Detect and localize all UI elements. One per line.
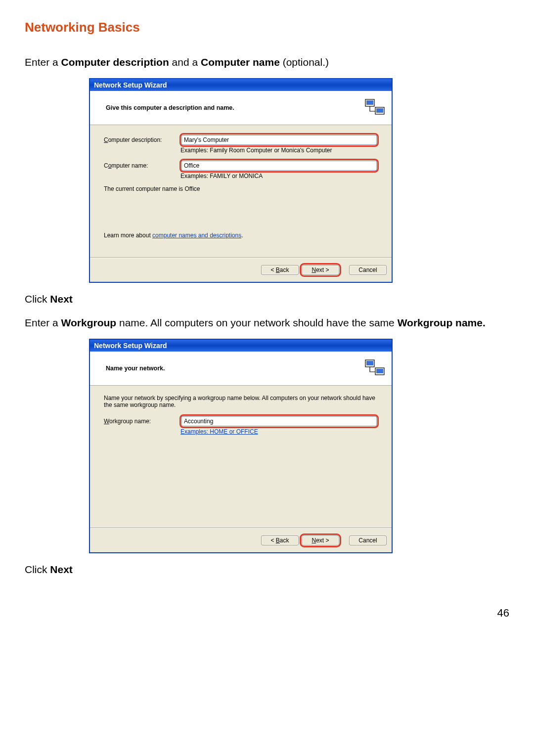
current-name-value: Office	[184, 185, 200, 192]
network-icon	[364, 357, 386, 379]
instruction-2: Enter a Workgroup name. All computers on…	[25, 315, 509, 330]
computer-name-input[interactable]	[181, 161, 377, 171]
back-label: < Back	[270, 267, 289, 273]
computer-description-highlight	[180, 134, 378, 146]
button-bar: < Back Next > Cancel	[90, 528, 392, 552]
lbl-ul: C	[104, 136, 108, 143]
wizard-workgroup: Network Setup Wizard Name your network. …	[89, 339, 393, 553]
click-next-1: Click Next	[25, 292, 509, 306]
lbl-ul: W	[104, 418, 109, 425]
learn-pre: Learn more about	[104, 232, 152, 239]
instr2-mid: name. All computers on your network shou…	[116, 317, 397, 328]
wizard-header-pane: Name your network.	[90, 352, 392, 386]
click2-bold: Next	[50, 564, 73, 575]
current-name-line: The current computer name is Office	[104, 185, 378, 192]
learn-post: .	[241, 232, 243, 239]
instr1-mid: and a	[169, 56, 201, 68]
click2-prefix: Click	[25, 564, 50, 575]
computer-description-label: Computer description:	[104, 136, 180, 143]
back-label: < Back	[270, 537, 289, 544]
svg-rect-3	[376, 108, 383, 113]
click1-prefix: Click	[25, 293, 50, 305]
computer-name-example: Examples: FAMILY or MONICA	[180, 173, 378, 179]
lbl-rest: orkgroup name:	[109, 418, 151, 425]
titlebar: Network Setup Wizard	[90, 340, 392, 352]
next-button[interactable]: Next >	[302, 265, 339, 275]
lbl-rest: mputer name:	[111, 162, 148, 169]
cancel-button[interactable]: Cancel	[349, 265, 387, 275]
wizard-content: Computer description: Examples: Family R…	[90, 125, 392, 258]
cancel-button[interactable]: Cancel	[349, 535, 387, 545]
workgroup-example: Examples: HOME or OFFICE	[180, 428, 378, 435]
workgroup-intro: Name your network by specifying a workgr…	[104, 395, 378, 408]
button-bar: < Back Next > Cancel	[90, 258, 392, 282]
learn-more-link[interactable]: computer names and descriptions	[152, 232, 241, 239]
next-label: Next >	[312, 537, 329, 544]
svg-rect-7	[376, 369, 383, 373]
wizard-header-pane: Give this computer a description and nam…	[90, 91, 392, 125]
section-title: Networking Basics	[25, 20, 509, 35]
next-button[interactable]: Next >	[302, 535, 339, 545]
instr2-b2: Workgroup name.	[398, 317, 486, 328]
instr1-b1: Computer description	[61, 56, 169, 68]
page-number: 46	[25, 607, 509, 620]
workgroup-input[interactable]	[181, 416, 377, 426]
titlebar: Network Setup Wizard	[90, 79, 392, 91]
workgroup-label: Workgroup name:	[104, 418, 180, 425]
workgroup-highlight	[180, 415, 378, 427]
computer-name-label: Computer name:	[104, 162, 180, 169]
svg-rect-5	[366, 361, 373, 365]
computer-name-highlight	[180, 160, 378, 172]
lbl-pre: C	[104, 162, 108, 169]
next-label: Next >	[312, 267, 329, 273]
computer-description-example: Examples: Family Room Computer or Monica…	[180, 147, 378, 154]
wizard-computer-name: Network Setup Wizard Give this computer …	[89, 78, 393, 283]
wizard-content: Name your network by specifying a workgr…	[90, 386, 392, 528]
instr1-b2: Computer name	[201, 56, 280, 68]
wizard-header-text: Give this computer a description and nam…	[106, 104, 364, 111]
click-next-2: Click Next	[25, 562, 509, 577]
current-name-prefix: The current computer name is	[104, 185, 184, 192]
computer-description-input[interactable]	[181, 135, 377, 145]
wizard-header-text: Name your network.	[106, 365, 364, 372]
learn-more-line: Learn more about computer names and desc…	[104, 232, 378, 239]
back-button[interactable]: < Back	[261, 535, 299, 545]
instr1-prefix: Enter a	[25, 56, 61, 68]
instr1-suffix: (optional.)	[280, 56, 329, 68]
instruction-1: Enter a Computer description and a Compu…	[25, 55, 509, 69]
instr2-b1: Workgroup	[61, 317, 117, 328]
svg-rect-1	[366, 100, 373, 105]
click1-bold: Next	[50, 293, 73, 305]
network-icon	[364, 97, 386, 119]
lbl-rest: omputer description:	[108, 136, 162, 143]
instr2-prefix: Enter a	[25, 317, 61, 328]
back-button[interactable]: < Back	[261, 265, 299, 275]
